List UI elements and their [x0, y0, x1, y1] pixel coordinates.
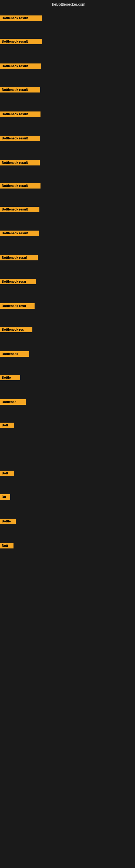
bottleneck-bar-11: Bottleneck resul: [0, 255, 38, 260]
bottleneck-bar-16: Bottle: [0, 375, 20, 380]
bottleneck-bar-row-14: Bottleneck res: [0, 327, 32, 333]
bottleneck-bar-row-20: Bott: [0, 471, 14, 477]
bottleneck-bar-row-2: Bottleneck result: [0, 39, 42, 45]
bottleneck-bar-row-23: Bott: [0, 543, 13, 550]
bottleneck-bar-2: Bottleneck result: [0, 39, 42, 44]
bottleneck-bar-row-11: Bottleneck resul: [0, 255, 38, 261]
bottleneck-bar-1: Bottleneck result: [0, 16, 42, 21]
bottleneck-bar-row-3: Bottleneck result: [0, 63, 41, 70]
bottleneck-bar-7: Bottleneck result: [0, 160, 40, 165]
bottleneck-bar-row-1: Bottleneck result: [0, 16, 42, 22]
bottleneck-bar-3: Bottleneck result: [0, 63, 41, 69]
bottleneck-bar-row-9: Bottleneck result: [0, 207, 39, 213]
bottleneck-bar-14: Bottleneck res: [0, 327, 32, 332]
bottleneck-bar-10: Bottleneck result: [0, 230, 39, 236]
bottleneck-bar-9: Bottleneck result: [0, 207, 39, 212]
bottleneck-bar-row-16: Bottle: [0, 375, 20, 381]
bottleneck-bar-20: Bott: [0, 471, 14, 476]
bottleneck-bar-4: Bottleneck result: [0, 87, 40, 93]
bottleneck-bar-18: Bott: [0, 423, 14, 428]
bottleneck-bar-row-6: Bottleneck result: [0, 135, 40, 142]
bottleneck-bar-8: Bottleneck result: [0, 183, 41, 188]
bottleneck-bar-23: Bott: [0, 543, 13, 549]
bottleneck-bar-5: Bottleneck result: [0, 112, 41, 117]
bottleneck-bar-13: Bottleneck resu: [0, 303, 35, 309]
bottleneck-bar-row-5: Bottleneck result: [0, 112, 41, 118]
bottleneck-bar-6: Bottleneck result: [0, 135, 40, 141]
bottleneck-bar-17: Bottlenec: [0, 399, 26, 405]
bottleneck-bar-row-15: Bottleneck: [0, 351, 29, 358]
bottleneck-bar-15: Bottleneck: [0, 351, 29, 357]
bottleneck-bar-row-10: Bottleneck result: [0, 230, 39, 237]
bottleneck-bar-row-13: Bottleneck resu: [0, 303, 35, 310]
bottleneck-bar-row-4: Bottleneck result: [0, 87, 40, 94]
bottleneck-bar-22: Bottle: [0, 519, 16, 524]
bottleneck-bar-12: Bottleneck resu: [0, 279, 36, 284]
bottleneck-bar-row-17: Bottlenec: [0, 399, 26, 406]
bottleneck-bar-row-18: Bott: [0, 423, 14, 429]
bottleneck-bar-row-21: Bo: [0, 494, 10, 501]
bottleneck-bar-row-8: Bottleneck result: [0, 183, 41, 190]
site-title: TheBottlenecker.com: [0, 0, 135, 8]
bottleneck-bar-row-12: Bottleneck resu: [0, 279, 36, 285]
bottleneck-bar-row-7: Bottleneck result: [0, 160, 40, 166]
bottleneck-bar-row-22: Bottle: [0, 519, 16, 525]
bottleneck-bar-21: Bo: [0, 494, 10, 500]
